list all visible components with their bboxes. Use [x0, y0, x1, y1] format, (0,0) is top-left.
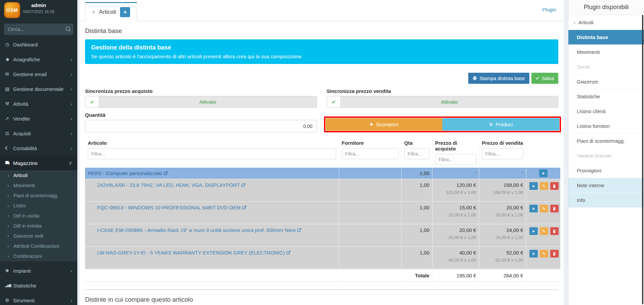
edit-component-button[interactable]: ✎ — [540, 227, 548, 235]
qty-input[interactable] — [85, 120, 317, 132]
sidebar-item-label: Dashboard — [13, 42, 72, 47]
sidebar-item[interactable]: € Contabilità ‹ — [0, 141, 77, 156]
sidebar-item[interactable]: ◷ Dashboard — [0, 37, 77, 52]
edit-component-button[interactable]: ✎ — [540, 205, 548, 212]
trash-icon — [553, 229, 556, 233]
submenu-item[interactable]: › Piani di sconto/magg. — [0, 191, 77, 201]
search-input[interactable] — [4, 24, 73, 35]
qty-cell: 1,00 — [401, 179, 432, 202]
article-link[interactable]: FQC-08913 - WINDOWS 10 PROFESSIONAL 64BI… — [97, 205, 246, 210]
article-link[interactable]: LW-NAS-GREY-2Y-EI - 5 YEARS WARRANTY EXT… — [97, 250, 290, 256]
sidebar-item[interactable]: ⛟ Magazzino ∨ — [0, 156, 77, 170]
plugin-item-label: Serial — [577, 64, 590, 70]
delete-component-button[interactable] — [550, 250, 559, 258]
sidebar-item[interactable]: ⚙ Strumenti ‹ — [0, 293, 77, 305]
filter-acquisto-input[interactable] — [435, 154, 476, 165]
plugin-item[interactable]: Listino clienti — [568, 104, 644, 119]
fornitore-cell — [339, 179, 401, 202]
plugin-item[interactable]: Serial — [568, 60, 644, 74]
filter-fornitore-input[interactable] — [342, 148, 399, 159]
add-tab-button[interactable]: + — [120, 7, 130, 17]
chevron-icon: ‹ — [71, 71, 72, 77]
plugin-item[interactable]: Giacenze — [568, 74, 644, 89]
sidebar-item[interactable]: ⚖ Acquisti ‹ — [0, 126, 77, 141]
total-sell: 264,00 € — [479, 269, 526, 282]
plugin-item[interactable]: › Articoli — [568, 15, 644, 30]
sync-sell-toggle[interactable]: ✔ Attivato — [327, 96, 559, 108]
submenu-item[interactable]: › Ddt in uscita — [0, 211, 77, 221]
document-icon: ▤ — [5, 86, 13, 92]
add-component-button[interactable]: + — [529, 250, 538, 258]
external-link-icon — [286, 251, 290, 255]
sidebar-item[interactable]: ▤ Gestione documentale ‹ — [0, 81, 77, 96]
edit-component-button[interactable]: ✎ — [540, 182, 548, 190]
tab-bar: > Articoli + Plugin — [80, 0, 564, 21]
plugin-list: › Articoli Distinta base Movimenti Seria… — [568, 15, 644, 208]
plugin-link[interactable]: Plugin — [542, 7, 556, 12]
callout-title: Gestione della distinta base — [91, 44, 552, 51]
col-actions — [526, 138, 560, 168]
delete-component-button[interactable] — [550, 227, 559, 235]
plugin-item[interactable]: Provvigioni — [568, 163, 644, 178]
add-component-button[interactable]: + — [529, 205, 538, 212]
plugin-item[interactable]: Varianti Articolo — [568, 148, 644, 163]
filter-vendita-input[interactable] — [482, 148, 523, 159]
plugin-item[interactable]: Info — [568, 193, 644, 208]
article-link[interactable]: PERS - Computer personalizzato — [88, 170, 168, 176]
cart-icon: ⚖ — [5, 131, 13, 136]
edit-component-button[interactable]: ✎ — [540, 250, 548, 258]
plugin-item[interactable]: Statistiche — [568, 89, 644, 104]
produci-button[interactable]: ⚙ Produci — [442, 118, 559, 131]
submenu-item[interactable]: › Listini — [0, 201, 77, 211]
trash-icon — [553, 207, 556, 211]
chevron-right-icon: › — [7, 253, 13, 259]
plugin-item[interactable]: Distinta base — [568, 30, 644, 45]
printer-icon — [473, 76, 477, 80]
delete-component-button[interactable] — [550, 182, 559, 190]
plugin-item[interactable]: Listino fornitori — [568, 119, 644, 134]
filter-articolo-input[interactable] — [88, 148, 336, 159]
col-prezzo-vendita: Prezzo di vendita — [482, 140, 523, 146]
print-distinta-button[interactable]: Stampa distinta base — [468, 73, 529, 84]
filter-qta-input[interactable] — [404, 148, 430, 159]
plugin-item[interactable]: Note interne — [568, 178, 644, 193]
euro-icon: € — [5, 145, 13, 151]
plugin-item[interactable]: Piani di sconto/magg. — [568, 134, 644, 148]
sidebar-item[interactable]: ❖ Impianti ‹ — [0, 263, 77, 278]
sync-sell-label: Sincronizza prezzo vendita — [327, 88, 559, 94]
submenu-item[interactable]: › Giacenze sedi — [0, 231, 77, 241]
submenu-item-label: Giacenze sedi — [13, 233, 43, 239]
sidebar-item[interactable]: ✉ Gestione email ‹ — [0, 67, 77, 81]
plugin-item-label: Statistiche — [577, 94, 600, 99]
delete-component-button[interactable] — [550, 205, 559, 212]
article-link[interactable]: I-CASE EW-2009BK - Armadio Rack 19" a mu… — [97, 227, 301, 233]
buy-price-cell: 20,00 €20,00 € x 1,00 — [432, 224, 479, 247]
sidebar-item[interactable]: ⚒ Attività ‹ — [0, 96, 77, 111]
left-sidebar: OSM admin 04/07/2022 16:15 ◷ Dashboard ☻… — [0, 0, 77, 305]
submenu-item[interactable]: › Combinazioni — [0, 251, 77, 261]
submenu-item[interactable]: › Ddt in entrata — [0, 221, 77, 231]
plugin-item[interactable]: Movimenti — [568, 45, 644, 60]
qty-cell: 1,00 — [401, 224, 432, 247]
save-button-top[interactable]: ✔ Salva — [531, 73, 558, 84]
scomponi-button[interactable]: ❖ Scomponi — [326, 118, 443, 131]
submenu-item[interactable]: › Attributi Combinazioni — [0, 241, 77, 251]
sidebar-item[interactable]: ↗ Vendite ‹ — [0, 111, 77, 126]
table-row: PERS - Computer personalizzato 1,00 - - … — [85, 168, 560, 179]
article-link[interactable]: 242V8LA/00 - 23,8 75HZ, VA LED, HDMI, VG… — [97, 182, 245, 188]
add-component-button[interactable]: + — [539, 169, 548, 177]
add-component-button[interactable]: + — [529, 227, 538, 235]
scrollbar-thumb[interactable] — [642, 15, 643, 304]
col-qta: Qta — [404, 140, 430, 146]
submenu-item[interactable]: › Articoli — [0, 170, 77, 180]
sidebar-item[interactable]: ☻ Anagrafiche ‹ — [0, 52, 77, 67]
search-icon[interactable] — [66, 27, 70, 31]
tab-articoli[interactable]: > Articoli + — [85, 2, 137, 21]
sidebar-item[interactable]: ▂▅▇ Statistiche — [0, 278, 77, 293]
submenu-item[interactable]: › Movimenti — [0, 180, 77, 191]
add-component-button[interactable]: + — [529, 182, 538, 190]
sidebar-menu-bottom: ❖ Impianti ‹ ▂▅▇ Statistiche ⚙ Strumenti… — [0, 263, 77, 305]
chevron-icon: ‹ — [71, 131, 72, 136]
submenu-item-label: Attributi Combinazioni — [13, 243, 59, 249]
sync-buy-toggle[interactable]: ✔ Attivato — [85, 96, 317, 108]
